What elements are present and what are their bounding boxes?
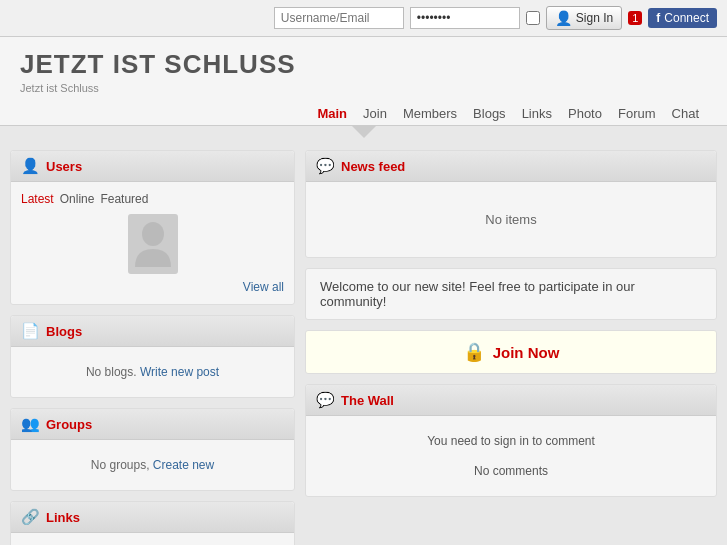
nav-item-main[interactable]: Main [309, 102, 355, 125]
join-now-box: 🔒 Join Now [305, 330, 717, 374]
tab-latest[interactable]: Latest [21, 192, 54, 206]
password-input[interactable] [410, 7, 520, 29]
newsfeed-section-title: News feed [341, 159, 405, 174]
newsfeed-section-body: No items [306, 182, 716, 257]
blogs-section-body: No blogs. Write new post [11, 347, 294, 397]
signin-label: Sign In [576, 11, 613, 25]
signin-button[interactable]: 👤 Sign In [546, 6, 622, 30]
groups-section: 👥 Groups No groups, Create new [10, 408, 295, 491]
links-section-header: 🔗 Links [11, 502, 294, 533]
person-icon: 👤 [555, 10, 572, 26]
blogs-icon: 📄 [21, 322, 40, 340]
site-header: JETZT IST SCHLUSS Jetzt ist Schluss [0, 37, 727, 94]
users-section-title: Users [46, 159, 82, 174]
blogs-no-content: No blogs. Write new post [21, 357, 284, 387]
nav-item-links[interactable]: Links [514, 102, 560, 125]
groups-section-body: No groups, Create new [11, 440, 294, 490]
nav-arrow-indicator [352, 126, 376, 138]
left-column: 👤 Users Latest Online Featured View all [10, 150, 295, 545]
wall-section-title: The Wall [341, 393, 394, 408]
links-section: 🔗 Links No links. Add new [10, 501, 295, 545]
nav-arrow-row [0, 126, 727, 140]
links-section-title: Links [46, 510, 80, 525]
username-input[interactable] [274, 7, 404, 29]
svg-point-0 [142, 222, 164, 246]
links-section-body: No links. Add new [11, 533, 294, 545]
main-nav: Main Join Members Blogs Links Photo Foru… [0, 94, 727, 125]
newsfeed-icon: 💬 [316, 157, 335, 175]
users-section-header: 👤 Users [11, 151, 294, 182]
groups-section-title: Groups [46, 417, 92, 432]
newsfeed-section-header: 💬 News feed [306, 151, 716, 182]
blogs-section-title: Blogs [46, 324, 82, 339]
join-now-link[interactable]: Join Now [493, 344, 560, 361]
right-column: 💬 News feed No items Welcome to our new … [305, 150, 717, 545]
groups-icon: 👥 [21, 415, 40, 433]
wall-section-header: 💬 The Wall [306, 385, 716, 416]
nav-item-chat[interactable]: Chat [664, 102, 707, 125]
nav-item-join[interactable]: Join [355, 102, 395, 125]
groups-section-header: 👥 Groups [11, 409, 294, 440]
nav-wrap: Main Join Members Blogs Links Photo Foru… [0, 94, 727, 126]
links-icon: 🔗 [21, 508, 40, 526]
nav-item-members[interactable]: Members [395, 102, 465, 125]
avatar-silhouette [135, 221, 171, 267]
main-content: 👤 Users Latest Online Featured View all [0, 140, 727, 545]
wall-no-comments: No comments [316, 456, 706, 486]
users-section-body: Latest Online Featured View all [11, 182, 294, 304]
notification-badge: 1 [628, 11, 642, 25]
lock-icon: 🔒 [463, 341, 485, 363]
write-new-post-link[interactable]: Write new post [140, 365, 219, 379]
facebook-icon: f [656, 11, 660, 25]
user-avatar [128, 214, 178, 274]
top-bar: 👤 Sign In 1 f Connect [0, 0, 727, 37]
wall-icon: 💬 [316, 391, 335, 409]
wall-signin-note: You need to sign in to comment [316, 426, 706, 456]
view-all-anchor[interactable]: View all [243, 280, 284, 294]
site-title: JETZT IST SCHLUSS [20, 49, 707, 80]
users-tabs: Latest Online Featured [21, 192, 284, 206]
groups-no-content: No groups, Create new [21, 450, 284, 480]
wall-section: 💬 The Wall You need to sign in to commen… [305, 384, 717, 497]
nav-item-blogs[interactable]: Blogs [465, 102, 514, 125]
tab-online[interactable]: Online [60, 192, 95, 206]
tab-featured[interactable]: Featured [100, 192, 148, 206]
users-icon: 👤 [21, 157, 40, 175]
remember-checkbox[interactable] [526, 11, 540, 25]
welcome-message: Welcome to our new site! Feel free to pa… [305, 268, 717, 320]
connect-label: Connect [664, 11, 709, 25]
newsfeed-section: 💬 News feed No items [305, 150, 717, 258]
create-new-group-link[interactable]: Create new [153, 458, 214, 472]
nav-item-forum[interactable]: Forum [610, 102, 664, 125]
nav-item-photo[interactable]: Photo [560, 102, 610, 125]
blogs-section-header: 📄 Blogs [11, 316, 294, 347]
view-all-link: View all [21, 280, 284, 294]
newsfeed-empty-text: No items [316, 192, 706, 247]
wall-section-body: You need to sign in to comment No commen… [306, 416, 716, 496]
fb-connect-button[interactable]: f Connect [648, 8, 717, 28]
site-subtitle: Jetzt ist Schluss [20, 82, 707, 94]
users-section: 👤 Users Latest Online Featured View all [10, 150, 295, 305]
blogs-section: 📄 Blogs No blogs. Write new post [10, 315, 295, 398]
